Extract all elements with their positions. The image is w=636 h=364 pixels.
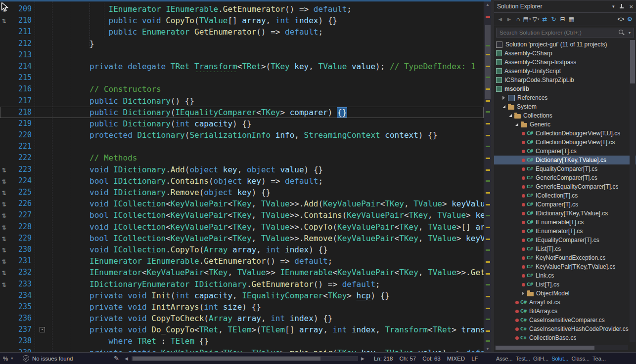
code-line[interactable]: ⇅226 void ICollection<KeyValuePair<TKey,… bbox=[0, 198, 484, 209]
panel-title-bar[interactable]: Solution Explorer ▾ × bbox=[494, 0, 636, 12]
implement-indicator-icon[interactable]: ⇅ bbox=[1, 167, 6, 174]
pin-icon[interactable] bbox=[619, 3, 624, 9]
tree-item[interactable]: C#CollectionDebuggerView[T].cs bbox=[494, 138, 636, 147]
tree-item[interactable]: C#IDictionary[TKey,TValue].cs bbox=[494, 209, 636, 218]
scrollbar-thumb[interactable] bbox=[630, 40, 635, 83]
tree-item[interactable]: C#GenericComparer[T].cs bbox=[494, 173, 636, 182]
implement-indicator-icon[interactable]: ⇅ bbox=[1, 201, 6, 208]
code-line[interactable]: 211 public Enumerator GetEnumerator() =>… bbox=[0, 26, 484, 38]
tree-item[interactable]: C#KeyNotFoundException.cs bbox=[494, 253, 636, 262]
tree-item[interactable]: Solution 'project-gui' (11 of 11 project… bbox=[494, 40, 636, 49]
code-line[interactable]: 218 public Dictionary(IEqualityComparer<… bbox=[0, 107, 484, 118]
forward-icon[interactable]: ► bbox=[505, 15, 513, 24]
chevron-down-icon[interactable]: ▾ bbox=[612, 4, 615, 9]
code-line[interactable]: 236 private void CopyToCheck(Array array… bbox=[0, 313, 484, 324]
show-all-files-icon[interactable]: ▦ bbox=[567, 15, 576, 24]
code-line[interactable]: ⇅229 bool ICollection<KeyValuePair<TKey,… bbox=[0, 233, 484, 244]
scroll-right-arrow-icon[interactable]: ▶ bbox=[361, 353, 364, 364]
tree-item[interactable]: C#IList[T].cs bbox=[494, 244, 636, 253]
tree-item[interactable]: Assembly-CSharp bbox=[494, 49, 636, 58]
implement-indicator-icon[interactable]: ⇅ bbox=[1, 212, 6, 219]
tree-item[interactable]: C#CollectionDebuggerView[T,U].cs bbox=[494, 129, 636, 138]
tree-item[interactable]: C#GenericEqualityComparer[T].cs bbox=[494, 182, 636, 191]
tool-window-tab[interactable]: Asse... bbox=[496, 356, 513, 362]
collapse-all-icon[interactable]: ⊟ bbox=[558, 15, 567, 24]
filter-icon[interactable]: ▽▾ bbox=[532, 15, 540, 24]
home-icon[interactable]: ⌂ bbox=[514, 15, 522, 24]
refresh-icon[interactable]: ↻ bbox=[549, 15, 558, 24]
tree-item[interactable]: Assembly-CSharp-firstpass bbox=[494, 58, 636, 67]
code-line[interactable]: ⇅210 public void CopyTo(TValue[] array, … bbox=[0, 15, 484, 26]
tool-window-tab[interactable]: Test... bbox=[516, 356, 530, 362]
tree-item[interactable]: C#IComparer[T].cs bbox=[494, 200, 636, 209]
tree-item[interactable]: C#ArrayList.cs bbox=[494, 298, 636, 307]
tree-item[interactable]: C#Dictionary[TKey,TValue].cs bbox=[494, 156, 636, 164]
code-line[interactable]: ⇅230 void ICollection.CopyTo(Array array… bbox=[0, 244, 484, 255]
fold-collapse-icon[interactable]: - bbox=[40, 327, 45, 332]
tree-item[interactable]: System bbox=[494, 102, 636, 111]
back-icon[interactable]: ◄ bbox=[496, 15, 504, 24]
tree-item[interactable]: C#ICollection[T].cs bbox=[494, 191, 636, 200]
tree-item[interactable]: References bbox=[494, 93, 636, 102]
code-line[interactable]: 212 } bbox=[0, 38, 484, 49]
code-editor[interactable]: ⇅209 IEnumerator IEnumerable.GetEnumerat… bbox=[0, 1, 484, 352]
scroll-left-arrow-icon[interactable]: ◀ bbox=[125, 353, 128, 364]
code-line[interactable]: 239 private static KeyValuePair<TKey, TV… bbox=[0, 347, 484, 352]
code-line[interactable]: 234 private void Init(int capacity, IEqu… bbox=[0, 290, 484, 301]
tree-item[interactable]: C#CollectionBase.cs bbox=[494, 333, 636, 342]
switch-views-icon[interactable]: ▤▾ bbox=[523, 15, 531, 24]
tree-item[interactable]: C#IEnumerable[T].cs bbox=[494, 218, 636, 227]
tree-item[interactable]: C#IEqualityComparer[T].cs bbox=[494, 236, 636, 244]
tree-item[interactable]: Collections bbox=[494, 111, 636, 120]
scrollbar-thumb[interactable] bbox=[133, 357, 320, 361]
char-indicator[interactable]: Ch: 57 bbox=[399, 356, 416, 362]
tree-vertical-scrollbar[interactable] bbox=[630, 40, 636, 342]
code-line[interactable]: ⇅223 void IDictionary.Add(object key, ob… bbox=[0, 164, 484, 175]
issues-indicator[interactable]: No issues found bbox=[23, 353, 73, 364]
code-line[interactable]: 216 // Constructors bbox=[0, 83, 484, 95]
line-indicator[interactable]: Ln: 218 bbox=[374, 356, 393, 362]
implement-indicator-icon[interactable]: ⇅ bbox=[1, 282, 6, 288]
code-line[interactable]: 213 bbox=[0, 49, 484, 61]
code-line[interactable]: ⇅225 void IDictionary.Remove(object key)… bbox=[0, 187, 484, 198]
tool-window-tab[interactable]: GitH... bbox=[533, 356, 548, 362]
code-line[interactable]: 238 where TRet : TElem {} bbox=[0, 335, 484, 347]
code-line[interactable]: 217 public Dictionary() {} bbox=[0, 95, 484, 107]
code-line[interactable]: 222 // Methods bbox=[0, 152, 484, 163]
implement-indicator-icon[interactable]: ⇅ bbox=[1, 178, 6, 185]
tree-horizontal-scrollbar[interactable] bbox=[495, 345, 628, 350]
implement-indicator-icon[interactable]: ⇅ bbox=[1, 258, 6, 265]
expander-icon[interactable] bbox=[509, 114, 512, 117]
expander-icon[interactable] bbox=[502, 105, 505, 108]
implement-indicator-icon[interactable]: ⇅ bbox=[1, 190, 6, 197]
code-line[interactable]: 220 protected Dictionary(SerializationIn… bbox=[0, 129, 484, 141]
implement-indicator-icon[interactable]: ⇅ bbox=[1, 224, 6, 231]
tree-item[interactable]: mscorlib bbox=[494, 84, 636, 93]
code-line[interactable]: 214 private delegate TRet Transform<TRet… bbox=[0, 61, 484, 72]
column-indicator[interactable]: Col: 63 bbox=[422, 356, 440, 362]
code-line[interactable]: 215 bbox=[0, 72, 484, 83]
eol-indicator[interactable]: LF bbox=[471, 356, 478, 362]
tree-item[interactable]: C#Link.cs bbox=[494, 271, 636, 280]
tool-window-tab[interactable]: Class... bbox=[571, 356, 590, 362]
editor-vertical-scrollbar[interactable]: ▲ ▼ bbox=[484, 1, 491, 352]
code-line[interactable]: ⇅209 IEnumerator IEnumerable.GetEnumerat… bbox=[0, 3, 484, 15]
search-input[interactable] bbox=[496, 28, 634, 38]
code-line[interactable]: ⇅232 IEnumerator<KeyValuePair<TKey, TVal… bbox=[0, 267, 484, 278]
close-icon[interactable]: × bbox=[629, 3, 633, 10]
line-ending-indicator[interactable]: MIXED bbox=[447, 356, 465, 362]
tree-item[interactable]: ObjectModel bbox=[494, 289, 636, 298]
code-line[interactable]: 235 private void InitArrays(int size) {} bbox=[0, 301, 484, 313]
tree-item[interactable]: C#KeyValuePair[TKey,TValue].cs bbox=[494, 262, 636, 271]
properties-wrench-icon[interactable]: ⚙ bbox=[626, 15, 634, 24]
expander-icon[interactable] bbox=[522, 291, 524, 295]
implement-indicator-icon[interactable]: ⇅ bbox=[1, 247, 6, 254]
editor-horizontal-scrollbar[interactable] bbox=[132, 356, 358, 361]
zoom-control[interactable]: % ▾ bbox=[3, 353, 13, 364]
implement-indicator-icon[interactable]: ⇅ bbox=[1, 236, 6, 243]
implement-indicator-icon[interactable]: ⇅ bbox=[1, 270, 6, 277]
tree-item[interactable]: C#List[T].cs bbox=[494, 280, 636, 289]
scrollbar-thumb[interactable] bbox=[496, 346, 594, 350]
tree-item[interactable]: Assembly-UnityScript bbox=[494, 67, 636, 76]
code-line[interactable]: ⇅228 void ICollection<KeyValuePair<TKey,… bbox=[0, 221, 484, 233]
